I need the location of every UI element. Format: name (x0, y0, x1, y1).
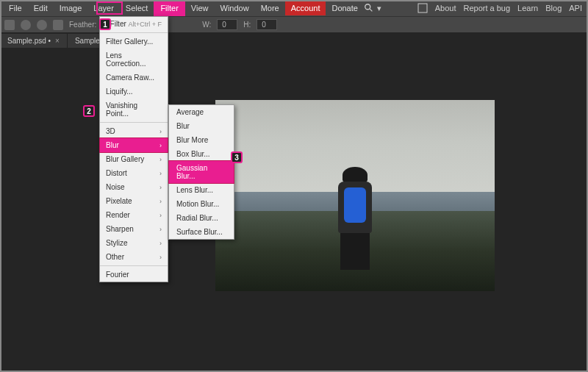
menu-average[interactable]: Average (169, 105, 234, 119)
tab-bar: Sample.psd • × Sample.psd × (0, 32, 588, 49)
menu-label: Sharpen (106, 225, 134, 233)
tab-label: Sample.psd • (7, 37, 51, 45)
submenu-arrow-icon: › (159, 226, 162, 233)
menu-surface-blur[interactable]: Surface Blur... (169, 225, 234, 239)
menu-layer[interactable]: Layer (87, 1, 120, 15)
menu-noise[interactable]: Noise› (100, 180, 168, 194)
submenu-arrow-icon: › (159, 170, 162, 177)
menu-blur-gallery[interactable]: Blur Gallery› (100, 152, 168, 166)
menu-blur-item[interactable]: Blur (169, 119, 234, 133)
menu-label: Other (106, 253, 124, 261)
menu-window[interactable]: Window (215, 1, 255, 15)
submenu-arrow-icon: › (159, 156, 162, 163)
intersect-selection-icon[interactable] (53, 20, 63, 30)
menubar-right: About Report a bug Learn Blog API (417, 3, 588, 13)
w-field[interactable]: 0 (217, 19, 237, 30)
submenu-arrow-icon: › (159, 254, 162, 261)
filter-dropdown: t Filter Alt+Ctrl + F Filter Gallery... … (99, 16, 168, 282)
menu-donate[interactable]: Donate (326, 1, 363, 15)
menu-liquify[interactable]: Liquify... (100, 85, 168, 99)
menu-file[interactable]: File (3, 1, 28, 15)
add-selection-icon[interactable] (21, 20, 31, 30)
submenu-arrow-icon: › (159, 142, 162, 149)
svg-line-1 (370, 9, 373, 12)
callout-2: 2 (83, 105, 95, 117)
menu-label: Fourier (106, 271, 129, 279)
submenu-arrow-icon: › (159, 198, 162, 205)
menu-label: Pixelate (106, 197, 132, 205)
h-field[interactable]: 0 (257, 19, 277, 30)
menu-label: Blur Gallery (106, 155, 144, 163)
menu-label: Render (106, 211, 130, 219)
menu-account[interactable]: Account (285, 1, 326, 15)
canvas-image (215, 100, 495, 291)
menu-filter-gallery[interactable]: Filter Gallery... (100, 35, 168, 49)
menu-stylize[interactable]: Stylize› (100, 236, 168, 250)
options-bar: Feather: 0 W: 0 H: 0 (0, 16, 588, 32)
menu-label: Noise (106, 183, 125, 191)
menu-label: Filter Gallery... (106, 37, 153, 46)
submenu-arrow-icon: › (159, 212, 162, 219)
link-report-bug[interactable]: Report a bug (463, 4, 510, 12)
menu-render[interactable]: Render› (100, 208, 168, 222)
menu-edit[interactable]: Edit (28, 1, 54, 15)
svg-rect-2 (418, 4, 427, 12)
feather-label: Feather: (69, 21, 96, 29)
menu-view[interactable]: View (185, 1, 215, 15)
menu-image[interactable]: Image (54, 1, 88, 15)
menu-label: Lens Correction... (106, 51, 162, 68)
w-label: W: (202, 21, 211, 29)
dropdown-icon[interactable]: ▾ (377, 4, 381, 13)
svg-point-0 (365, 4, 370, 10)
menu-label: Camera Raw... (106, 74, 154, 82)
callout-3: 3 (231, 151, 243, 163)
menu-distort[interactable]: Distort› (100, 166, 168, 180)
link-learn[interactable]: Learn (517, 4, 538, 12)
callout-1: 1 (99, 18, 111, 30)
menu-box-blur[interactable]: Box Blur... (169, 147, 234, 161)
separator (100, 32, 168, 33)
menu-sharpen[interactable]: Sharpen› (100, 222, 168, 236)
menu-motion-blur[interactable]: Motion Blur... (169, 197, 234, 211)
link-blog[interactable]: Blog (545, 4, 562, 12)
menu-camera-raw[interactable]: Camera Raw... (100, 71, 168, 85)
workspace (0, 49, 588, 372)
separator (100, 122, 168, 123)
link-api[interactable]: API (569, 4, 582, 12)
menu-pixelate[interactable]: Pixelate› (100, 194, 168, 208)
menu-filter[interactable]: Filter (154, 0, 184, 16)
close-icon[interactable]: × (55, 37, 60, 45)
menu-label: Blur (106, 141, 119, 149)
search-icon[interactable] (364, 3, 374, 13)
menu-3d[interactable]: 3D› (100, 124, 168, 138)
h-label: H: (243, 21, 251, 29)
submenu-arrow-icon: › (159, 240, 162, 247)
menu-label: Vanishing Point... (106, 101, 162, 118)
shortcut-label: Alt+Ctrl + F (128, 21, 162, 28)
blur-submenu: Average Blur Blur More Box Blur... Gauss… (168, 104, 234, 240)
selection-mode-icon[interactable] (4, 20, 15, 30)
menu-other[interactable]: Other› (100, 250, 168, 264)
menu-label: Distort (106, 169, 127, 177)
link-about[interactable]: About (435, 4, 456, 12)
menu-lens-blur[interactable]: Lens Blur... (169, 183, 234, 197)
menu-vanishing-point[interactable]: Vanishing Point... (100, 99, 168, 121)
menu-blur-more[interactable]: Blur More (169, 133, 234, 147)
menu-gaussian-blur[interactable]: Gaussian Blur... (168, 160, 234, 184)
menu-label: 3D (106, 127, 115, 135)
submenu-arrow-icon: › (159, 128, 162, 135)
menu-lens-correction[interactable]: Lens Correction... (100, 49, 168, 71)
menu-more[interactable]: More (255, 1, 285, 15)
subtract-selection-icon[interactable] (37, 20, 47, 30)
separator (100, 265, 168, 266)
document-tab[interactable]: Sample.psd • × (0, 34, 68, 48)
fullscreen-icon[interactable] (417, 3, 428, 13)
menu-radial-blur[interactable]: Radial Blur... (169, 211, 234, 225)
menu-label: Liquify... (106, 87, 133, 96)
submenu-arrow-icon: › (159, 184, 162, 191)
menubar: File Edit Image Layer Select Filter View… (0, 0, 588, 16)
menu-select[interactable]: Select (120, 1, 154, 15)
menu-blur[interactable]: Blur› (99, 137, 168, 153)
menu-fourier[interactable]: Fourier (100, 268, 168, 282)
menu-label: Stylize (106, 239, 127, 247)
